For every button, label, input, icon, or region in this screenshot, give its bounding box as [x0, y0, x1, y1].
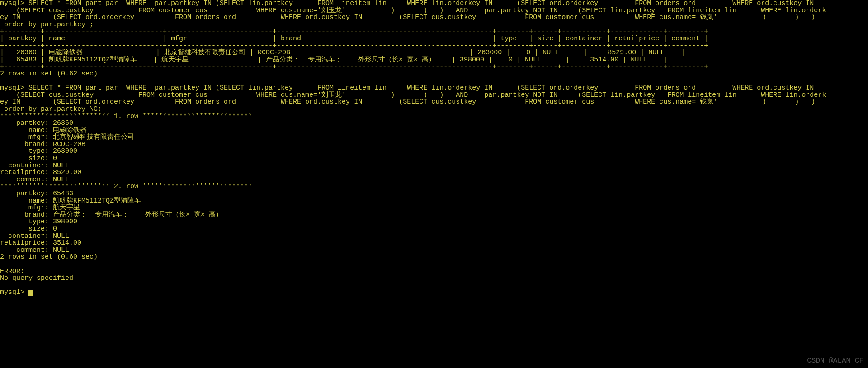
- terminal-output: mysql> SELECT * FROM part par WHERE par.…: [0, 0, 868, 296]
- watermark: CSDN @ALAN_CF: [807, 357, 863, 364]
- cursor: [28, 290, 33, 296]
